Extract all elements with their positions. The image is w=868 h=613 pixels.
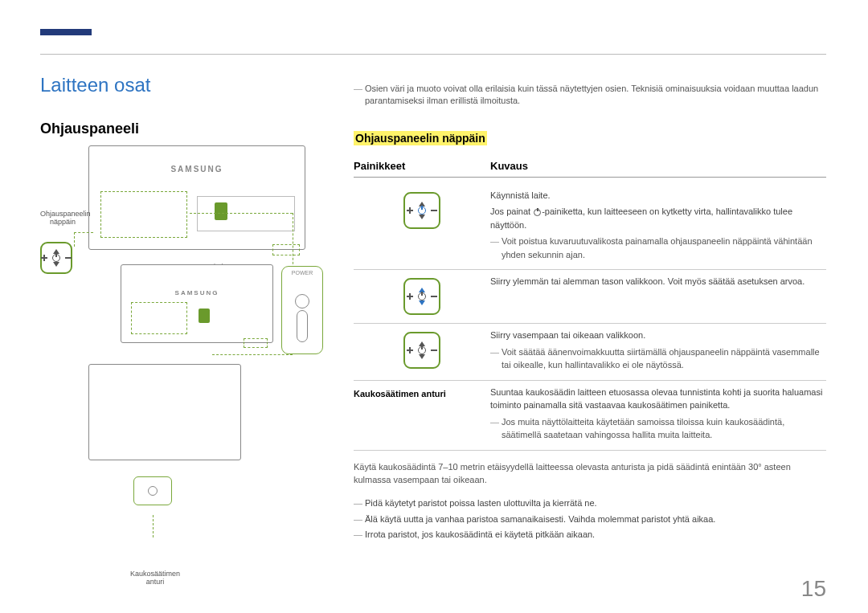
row4-label: Kaukosäätimen anturi [354,389,446,398]
label-remote-sensor: Kaukosäätimen anturi [127,570,183,586]
device-diagram-1: SAMSUNG [88,145,305,250]
callout-connector [74,232,93,233]
power-icon-inline [534,209,541,216]
callout-line-1v [293,213,293,272]
bullet-1: Pidä käytetyt paristot poissa lasten ulo… [354,496,826,512]
speaker-callout-1 [272,244,300,255]
brand-logo: SAMSUNG [170,165,223,174]
port-area-dashed [100,191,187,238]
remote-sensor-callout [133,476,172,505]
control-key-icon [40,242,72,274]
table-row: Siirry ylemmän tai alemman tason valikko… [354,270,826,324]
table-row: Käynnistä laite. Jos painat -painiketta,… [354,184,826,271]
power-cord-icon [297,310,308,342]
speaker-callout-2 [244,338,268,348]
col-header-desc: Kuvaus [490,160,826,172]
power-handle-icon [295,294,309,309]
page-title: Laitteen osat [40,74,338,96]
connector-icon-2 [199,309,210,323]
intro-note: Osien väri ja muoto voivat olla erilaisi… [354,83,826,108]
key-icon-updown [403,278,440,315]
page-content: Laitteen osat Ohjauspaneeli SAMSUNG Ohja… [40,74,826,579]
port-area-dashed-2 [131,302,187,334]
device-diagram-3 [88,364,241,460]
bullet-3: Irrota paristot, jos kaukosäädintä ei kä… [354,527,826,543]
footer-bullets: Pidä käytetyt paristot poissa lasten ulo… [354,496,826,543]
callout-line-1 [190,213,293,214]
diagram-area: SAMSUNG Ohjauspaneelin näppäin Kaiutin D… [40,145,338,579]
sensor-connector [153,515,154,537]
port-area-solid [197,196,295,231]
table-row: Siirry vasempaan tai oikeaan valikkoon. … [354,324,826,381]
row3-note: Voit säätää äänenvoimakkuutta siirtämäll… [490,345,826,372]
brand-logo-2: SAMSUNG [175,289,219,296]
table-row: Kaukosäätimen anturi Suuntaa kaukosäädin… [354,381,826,451]
row4-line1: Suuntaa kaukosäädin laitteen etuosassa o… [490,386,826,412]
row1-line1: Käynnistä laite. [490,189,826,202]
callout-connector-v [74,232,75,247]
row1-line2: Jos painat -painiketta, kun laitteeseen … [490,205,826,231]
label-ctrlkey: Ohjauspaneelin näppäin [40,210,85,226]
callout-line-2 [212,354,293,355]
left-column: Laitteen osat Ohjauspaneeli SAMSUNG Ohja… [40,74,354,579]
row2-line1: Siirry ylemmän tai alemman tason valikko… [490,275,826,288]
col-header-buttons: Painikkeet [354,160,490,172]
bullet-2: Älä käytä uutta ja vanhaa paristoa saman… [354,512,826,528]
footer-line: Käytä kaukosäädintä 7–10 metrin etäisyyd… [354,460,826,487]
row1-note: Voit poistua kuvaruutuvalikosta painamal… [490,235,826,261]
section-title-left: Ohjauspaneeli [40,121,338,137]
key-icon-power [403,192,440,229]
power-module-callout: POWER [281,266,323,354]
row4-note: Jos muita näyttölaitteita käytetään samo… [490,415,826,442]
header-rule [40,54,826,55]
header-color-bar [40,29,92,35]
subsection-title: Ohjauspaneelin näppäin [354,131,487,145]
connector-icon [215,202,227,220]
power-label: POWER [282,270,322,276]
table-header: Painikkeet Kuvaus [354,160,826,178]
device-diagram-2: SAMSUNG [121,264,273,343]
row3-line1: Siirry vasempaan tai oikeaan valikkoon. [490,329,826,342]
key-icon-leftright [403,332,440,369]
page-number: 15 [801,576,826,602]
control-key-callout [40,242,72,274]
right-column: Osien väri ja muoto voivat olla erilaisi… [354,74,826,579]
